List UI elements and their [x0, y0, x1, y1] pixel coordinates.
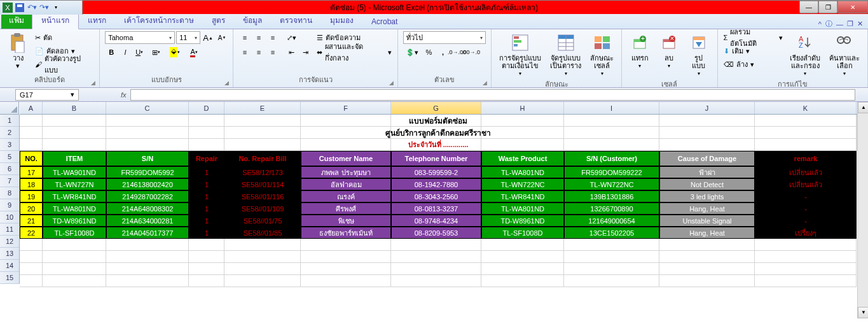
autosum-button[interactable]: Σผลรวมอัตโนมัติ ▾: [723, 31, 783, 44]
cell[interactable]: [564, 139, 659, 151]
cell[interactable]: [106, 263, 189, 275]
cell[interactable]: [224, 127, 301, 139]
cell[interactable]: [106, 239, 189, 251]
cell[interactable]: [659, 251, 755, 263]
table-cell[interactable]: SE58//01/85: [224, 227, 301, 239]
table-cell[interactable]: 083-599599-2: [391, 166, 481, 178]
cell[interactable]: [20, 263, 43, 275]
font-size-combo[interactable]: 11▾: [176, 31, 200, 44]
cell[interactable]: [189, 127, 224, 139]
cell[interactable]: [224, 263, 301, 275]
table-cell[interactable]: 139B1301886: [564, 190, 659, 202]
cell[interactable]: [755, 127, 857, 139]
clear-button[interactable]: ⌫ล้าง ▾: [723, 58, 783, 71]
cell[interactable]: [106, 115, 189, 127]
cell[interactable]: [659, 115, 755, 127]
table-cell[interactable]: Unstable Signal: [659, 215, 755, 227]
table-cell[interactable]: พิเชษ: [301, 215, 391, 227]
minimize-ribbon-icon[interactable]: ^: [818, 20, 822, 28]
row-header[interactable]: 12: [0, 236, 19, 248]
tab-7[interactable]: Acrobat: [362, 15, 406, 29]
table-cell[interactable]: 1: [189, 215, 224, 227]
cell[interactable]: [659, 263, 755, 275]
table-cell[interactable]: SE58//01/116: [224, 190, 301, 202]
table-cell[interactable]: TL-SF1008D: [481, 227, 564, 239]
table-cell[interactable]: SE58//01/75: [224, 215, 301, 227]
cell[interactable]: [189, 115, 224, 127]
qat-dropdown-icon[interactable]: ▾: [51, 3, 61, 13]
table-header[interactable]: Customer Name: [301, 151, 391, 166]
col-header[interactable]: C: [106, 102, 189, 114]
row-header[interactable]: 11: [0, 223, 19, 236]
align-right-icon[interactable]: ≡: [266, 46, 279, 59]
name-box[interactable]: G17▾: [15, 89, 79, 101]
help-icon[interactable]: ⓘ: [825, 19, 832, 29]
paste-button[interactable]: วาง▾: [5, 31, 31, 71]
indent-dec-icon[interactable]: ⇤: [286, 46, 298, 59]
maximize-button[interactable]: ❐: [818, 1, 837, 13]
vertical-scrollbar[interactable]: [857, 102, 868, 318]
cell[interactable]: [481, 263, 564, 275]
cell-style-button[interactable]: ลักษณะ เซลล์▾: [588, 31, 616, 78]
table-cell[interactable]: 17: [20, 166, 43, 178]
grid[interactable]: ABCDEFGHIJK แบบฟอร์มตัดซ่อมศูนย์บริการลู…: [20, 102, 857, 318]
cell[interactable]: [189, 251, 224, 263]
font-color-icon[interactable]: A▾: [185, 46, 203, 59]
table-cell[interactable]: 08-9748-4234: [391, 215, 481, 227]
table-cell[interactable]: 3 led lights: [659, 190, 755, 202]
table-cell[interactable]: TD-W8961ND: [43, 215, 106, 227]
conditional-format-button[interactable]: การจัดรูปแบบ ตามเงื่อนไข▾: [497, 31, 544, 78]
table-cell[interactable]: TL-WA801ND: [481, 166, 564, 178]
cell[interactable]: [755, 275, 857, 287]
underline-icon[interactable]: U ▾: [133, 46, 146, 59]
cell[interactable]: [481, 239, 564, 251]
cell[interactable]: [481, 251, 564, 263]
decrease-decimal-icon[interactable]: .00→.0: [464, 46, 477, 59]
row-header[interactable]: 1: [0, 115, 19, 127]
table-cell[interactable]: ฟ้าผ่า: [659, 166, 755, 178]
cell[interactable]: [301, 115, 391, 127]
cell[interactable]: [659, 127, 755, 139]
table-cell[interactable]: 13266700890: [564, 202, 659, 215]
table-header[interactable]: S/N (Customer): [564, 151, 659, 166]
table-cell[interactable]: Hang, Heat: [659, 227, 755, 239]
shrink-font-icon[interactable]: A▼: [216, 31, 228, 44]
table-cell[interactable]: 13CE1502205: [564, 227, 659, 239]
tab-2[interactable]: เค้าโครงหน้ากระดาษ: [115, 11, 203, 29]
cell[interactable]: [43, 127, 106, 139]
cell[interactable]: [564, 115, 659, 127]
cell[interactable]: [301, 275, 391, 287]
align-left-icon[interactable]: ≡: [238, 46, 251, 59]
cell[interactable]: [189, 139, 224, 151]
table-cell[interactable]: ภพพล ประทุมษา: [301, 166, 391, 178]
cell[interactable]: [20, 115, 43, 127]
table-cell[interactable]: 22: [20, 227, 43, 239]
cell[interactable]: [189, 263, 224, 275]
row-header[interactable]: 3: [0, 139, 19, 151]
table-cell[interactable]: 08-3043-2560: [391, 190, 481, 202]
cell[interactable]: [189, 239, 224, 251]
table-cell[interactable]: TL-WN727N: [43, 178, 106, 190]
border-icon[interactable]: ⊞ ▾: [147, 46, 165, 59]
cell[interactable]: [481, 275, 564, 287]
find-select-button[interactable]: ค้นหาและ เลือก▾: [827, 31, 862, 78]
table-cell[interactable]: -: [755, 190, 857, 202]
cell[interactable]: [755, 263, 857, 275]
table-cell[interactable]: อัลฟ่าคอม: [301, 178, 391, 190]
cell[interactable]: [481, 115, 564, 127]
table-cell[interactable]: 214A634000281: [106, 215, 189, 227]
table-cell[interactable]: SE58/12/173: [224, 166, 301, 178]
window-minimize-icon[interactable]: —: [836, 20, 843, 28]
cell[interactable]: [20, 127, 43, 139]
table-header[interactable]: NO.: [20, 151, 43, 166]
col-header[interactable]: K: [755, 102, 857, 114]
font-name-combo[interactable]: Tahoma▾: [105, 31, 175, 44]
cell[interactable]: [224, 251, 301, 263]
orientation-icon[interactable]: ⤢▾: [286, 31, 298, 44]
col-header[interactable]: F: [301, 102, 391, 114]
cell[interactable]: [755, 251, 857, 263]
table-cell[interactable]: TD-W8961ND: [481, 215, 564, 227]
cell[interactable]: [659, 275, 755, 287]
row-header[interactable]: 14: [0, 260, 19, 272]
close-button[interactable]: ✕: [837, 1, 868, 13]
